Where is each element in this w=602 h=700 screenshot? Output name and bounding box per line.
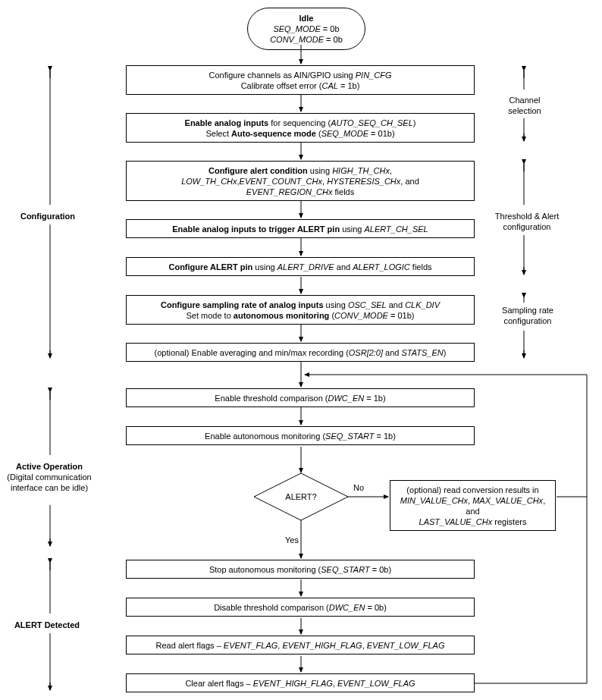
flowchart-arrows [0, 0, 602, 700]
svg-marker-14 [254, 473, 348, 520]
